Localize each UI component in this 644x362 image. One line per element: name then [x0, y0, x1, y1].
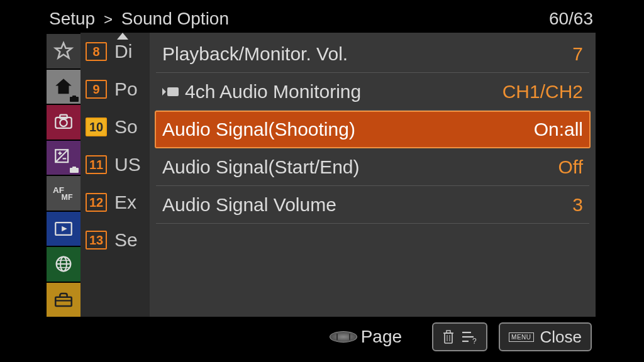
menu-key-icon: MENU [509, 332, 533, 342]
settings-panel: Playback/Monitor. Vol. 7 4ch Audio Monit… [150, 33, 596, 317]
camera-badge-icon [70, 96, 79, 102]
tab-playback[interactable] [47, 212, 80, 246]
tab-focus[interactable]: AFMF [47, 176, 80, 211]
breadcrumb-separator: > [104, 11, 113, 28]
page-number[interactable]: 11 [86, 155, 107, 174]
setting-value: CH1/CH2 [502, 81, 583, 102]
page-number[interactable]: 8 [86, 42, 107, 61]
exposure-icon [53, 147, 74, 168]
footer-page-label: Page [361, 327, 402, 347]
setting-value: 7 [572, 43, 583, 65]
help-button[interactable]: ? [432, 322, 487, 351]
close-button[interactable]: MENU Close [499, 322, 592, 351]
svg-rect-10 [70, 168, 79, 173]
camera-icon [53, 111, 74, 133]
setting-label: Audio Signal(Start/End) [162, 156, 360, 178]
breadcrumb: Setup > Sound Option 60/63 [47, 8, 596, 33]
tab-main[interactable] [47, 70, 80, 104]
tab-network[interactable] [47, 247, 80, 282]
toolbox-icon [53, 289, 74, 310]
svg-text:MF: MF [62, 194, 73, 202]
svg-rect-1 [72, 96, 76, 97]
svg-rect-11 [72, 167, 76, 168]
setting-audio-signal-start-end[interactable]: Audio Signal(Start/End) Off [156, 148, 589, 186]
tab-setup[interactable] [47, 283, 80, 317]
setting-value: 3 [572, 194, 583, 216]
tab-exposure[interactable] [47, 141, 80, 175]
svg-line-6 [55, 150, 68, 162]
setting-value: On:all [534, 119, 583, 140]
footer-bar: Page ? MENU Close [47, 317, 596, 353]
help-list-icon: ? [461, 330, 477, 344]
svg-rect-23 [445, 333, 452, 343]
setting-label: Audio Signal(Shooting) [162, 119, 355, 140]
afmf-icon: AFMF [53, 182, 74, 204]
video-mode-icon [162, 85, 180, 98]
svg-rect-4 [60, 115, 67, 119]
breadcrumb-caret-icon [117, 33, 128, 40]
tab-favorite[interactable] [47, 34, 80, 69]
page-peek-column: Di Po So US Ex Se [112, 33, 150, 317]
home-icon [53, 76, 74, 97]
page-number[interactable]: 9 [86, 80, 107, 99]
control-wheel-icon [330, 331, 357, 343]
svg-rect-0 [70, 97, 79, 102]
globe-icon [53, 253, 74, 275]
svg-point-3 [60, 119, 67, 126]
setting-label: Playback/Monitor. Vol. [162, 43, 348, 65]
tab-shooting[interactable] [47, 105, 80, 140]
camera-badge-icon [70, 167, 79, 173]
setting-value: Off [558, 156, 583, 178]
page-peek: Se [112, 221, 150, 259]
breadcrumb-section: Sound Option [121, 9, 229, 28]
footer-page-hint: Page [330, 327, 402, 347]
page-number[interactable]: 13 [86, 231, 107, 250]
help-question-mark: ? [472, 337, 477, 344]
play-icon [53, 218, 74, 239]
setting-audio-signal-shooting[interactable]: Audio Signal(Shooting) On:all [155, 111, 591, 148]
page-counter: 60/63 [549, 9, 593, 29]
svg-rect-20 [55, 297, 72, 306]
page-number[interactable]: 12 [86, 193, 107, 212]
svg-rect-25 [447, 331, 450, 333]
page-peek: So [112, 108, 150, 146]
page-number-column: 8 9 10 11 12 13 [80, 33, 112, 317]
svg-rect-22 [167, 87, 179, 96]
setting-label: 4ch Audio Monitoring [185, 81, 361, 102]
setting-4ch-audio-monitoring[interactable]: 4ch Audio Monitoring CH1/CH2 [156, 73, 589, 111]
star-icon [53, 40, 74, 62]
breadcrumb-root: Setup [49, 9, 95, 28]
page-peek: US [112, 146, 150, 184]
page-number-active[interactable]: 10 [86, 118, 107, 136]
page-peek: Ex [112, 184, 150, 221]
setting-playback-volume[interactable]: Playback/Monitor. Vol. 7 [156, 35, 589, 73]
page-peek: Po [112, 70, 150, 108]
close-label: Close [540, 327, 582, 347]
setting-audio-signal-volume[interactable]: Audio Signal Volume 3 [156, 186, 589, 224]
side-tab-column: AFMF [47, 33, 80, 317]
trash-icon [442, 329, 455, 344]
setting-label: Audio Signal Volume [162, 194, 336, 216]
